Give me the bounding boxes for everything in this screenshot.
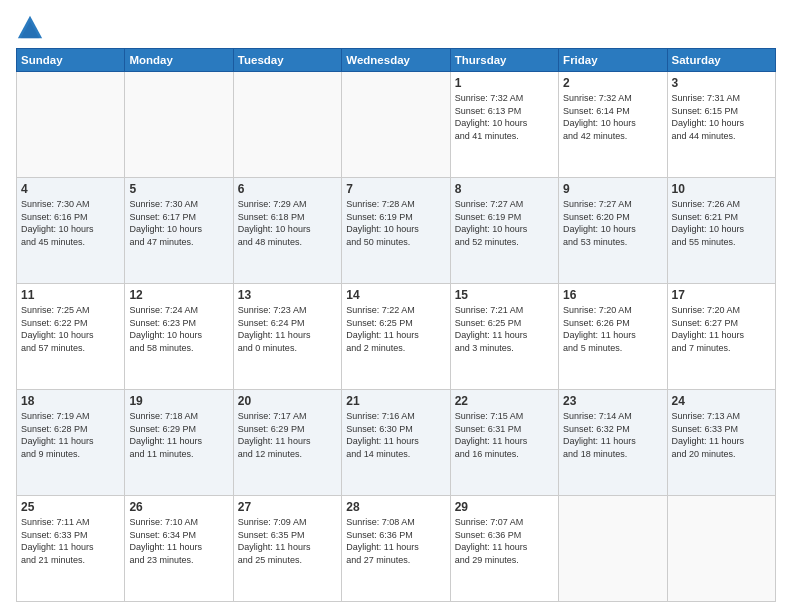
logo-icon	[16, 14, 44, 42]
calendar-cell	[342, 72, 450, 178]
day-info: Sunrise: 7:10 AM Sunset: 6:34 PM Dayligh…	[129, 516, 228, 566]
day-info: Sunrise: 7:20 AM Sunset: 6:26 PM Dayligh…	[563, 304, 662, 354]
weekday-header-thursday: Thursday	[450, 49, 558, 72]
day-info: Sunrise: 7:15 AM Sunset: 6:31 PM Dayligh…	[455, 410, 554, 460]
day-info: Sunrise: 7:14 AM Sunset: 6:32 PM Dayligh…	[563, 410, 662, 460]
calendar-cell: 19Sunrise: 7:18 AM Sunset: 6:29 PM Dayli…	[125, 390, 233, 496]
day-info: Sunrise: 7:08 AM Sunset: 6:36 PM Dayligh…	[346, 516, 445, 566]
day-number: 26	[129, 500, 228, 514]
calendar-cell: 18Sunrise: 7:19 AM Sunset: 6:28 PM Dayli…	[17, 390, 125, 496]
day-info: Sunrise: 7:26 AM Sunset: 6:21 PM Dayligh…	[672, 198, 771, 248]
calendar-table: SundayMondayTuesdayWednesdayThursdayFrid…	[16, 48, 776, 602]
calendar-cell: 16Sunrise: 7:20 AM Sunset: 6:26 PM Dayli…	[559, 284, 667, 390]
calendar-cell	[125, 72, 233, 178]
day-info: Sunrise: 7:23 AM Sunset: 6:24 PM Dayligh…	[238, 304, 337, 354]
day-number: 19	[129, 394, 228, 408]
day-number: 4	[21, 182, 120, 196]
day-info: Sunrise: 7:13 AM Sunset: 6:33 PM Dayligh…	[672, 410, 771, 460]
calendar-cell	[559, 496, 667, 602]
calendar-cell: 25Sunrise: 7:11 AM Sunset: 6:33 PM Dayli…	[17, 496, 125, 602]
calendar-cell: 21Sunrise: 7:16 AM Sunset: 6:30 PM Dayli…	[342, 390, 450, 496]
day-number: 10	[672, 182, 771, 196]
day-info: Sunrise: 7:09 AM Sunset: 6:35 PM Dayligh…	[238, 516, 337, 566]
day-info: Sunrise: 7:30 AM Sunset: 6:16 PM Dayligh…	[21, 198, 120, 248]
day-number: 1	[455, 76, 554, 90]
calendar-cell: 15Sunrise: 7:21 AM Sunset: 6:25 PM Dayli…	[450, 284, 558, 390]
calendar-cell: 12Sunrise: 7:24 AM Sunset: 6:23 PM Dayli…	[125, 284, 233, 390]
calendar-week-row: 11Sunrise: 7:25 AM Sunset: 6:22 PM Dayli…	[17, 284, 776, 390]
calendar-cell: 9Sunrise: 7:27 AM Sunset: 6:20 PM Daylig…	[559, 178, 667, 284]
day-number: 11	[21, 288, 120, 302]
day-number: 13	[238, 288, 337, 302]
calendar-cell: 2Sunrise: 7:32 AM Sunset: 6:14 PM Daylig…	[559, 72, 667, 178]
calendar-cell: 28Sunrise: 7:08 AM Sunset: 6:36 PM Dayli…	[342, 496, 450, 602]
day-info: Sunrise: 7:18 AM Sunset: 6:29 PM Dayligh…	[129, 410, 228, 460]
day-number: 25	[21, 500, 120, 514]
calendar-week-row: 4Sunrise: 7:30 AM Sunset: 6:16 PM Daylig…	[17, 178, 776, 284]
day-info: Sunrise: 7:32 AM Sunset: 6:14 PM Dayligh…	[563, 92, 662, 142]
weekday-header-friday: Friday	[559, 49, 667, 72]
day-number: 7	[346, 182, 445, 196]
day-info: Sunrise: 7:16 AM Sunset: 6:30 PM Dayligh…	[346, 410, 445, 460]
day-number: 12	[129, 288, 228, 302]
calendar-cell	[667, 496, 775, 602]
logo	[16, 14, 48, 42]
day-number: 5	[129, 182, 228, 196]
day-info: Sunrise: 7:21 AM Sunset: 6:25 PM Dayligh…	[455, 304, 554, 354]
calendar-cell: 8Sunrise: 7:27 AM Sunset: 6:19 PM Daylig…	[450, 178, 558, 284]
calendar-cell: 26Sunrise: 7:10 AM Sunset: 6:34 PM Dayli…	[125, 496, 233, 602]
day-info: Sunrise: 7:28 AM Sunset: 6:19 PM Dayligh…	[346, 198, 445, 248]
day-number: 22	[455, 394, 554, 408]
calendar-week-row: 25Sunrise: 7:11 AM Sunset: 6:33 PM Dayli…	[17, 496, 776, 602]
day-number: 27	[238, 500, 337, 514]
day-number: 28	[346, 500, 445, 514]
day-number: 20	[238, 394, 337, 408]
day-number: 8	[455, 182, 554, 196]
calendar-cell: 10Sunrise: 7:26 AM Sunset: 6:21 PM Dayli…	[667, 178, 775, 284]
day-info: Sunrise: 7:30 AM Sunset: 6:17 PM Dayligh…	[129, 198, 228, 248]
calendar-cell: 6Sunrise: 7:29 AM Sunset: 6:18 PM Daylig…	[233, 178, 341, 284]
weekday-header-row: SundayMondayTuesdayWednesdayThursdayFrid…	[17, 49, 776, 72]
calendar-cell: 13Sunrise: 7:23 AM Sunset: 6:24 PM Dayli…	[233, 284, 341, 390]
calendar-cell: 22Sunrise: 7:15 AM Sunset: 6:31 PM Dayli…	[450, 390, 558, 496]
day-info: Sunrise: 7:17 AM Sunset: 6:29 PM Dayligh…	[238, 410, 337, 460]
calendar-cell: 7Sunrise: 7:28 AM Sunset: 6:19 PM Daylig…	[342, 178, 450, 284]
calendar-cell: 11Sunrise: 7:25 AM Sunset: 6:22 PM Dayli…	[17, 284, 125, 390]
calendar-week-row: 18Sunrise: 7:19 AM Sunset: 6:28 PM Dayli…	[17, 390, 776, 496]
calendar-cell	[17, 72, 125, 178]
calendar-cell: 1Sunrise: 7:32 AM Sunset: 6:13 PM Daylig…	[450, 72, 558, 178]
calendar-cell: 27Sunrise: 7:09 AM Sunset: 6:35 PM Dayli…	[233, 496, 341, 602]
day-info: Sunrise: 7:11 AM Sunset: 6:33 PM Dayligh…	[21, 516, 120, 566]
day-info: Sunrise: 7:25 AM Sunset: 6:22 PM Dayligh…	[21, 304, 120, 354]
day-number: 29	[455, 500, 554, 514]
day-number: 17	[672, 288, 771, 302]
calendar-cell: 3Sunrise: 7:31 AM Sunset: 6:15 PM Daylig…	[667, 72, 775, 178]
weekday-header-saturday: Saturday	[667, 49, 775, 72]
calendar-cell: 24Sunrise: 7:13 AM Sunset: 6:33 PM Dayli…	[667, 390, 775, 496]
day-number: 3	[672, 76, 771, 90]
weekday-header-monday: Monday	[125, 49, 233, 72]
day-info: Sunrise: 7:27 AM Sunset: 6:20 PM Dayligh…	[563, 198, 662, 248]
day-number: 15	[455, 288, 554, 302]
day-number: 18	[21, 394, 120, 408]
weekday-header-tuesday: Tuesday	[233, 49, 341, 72]
day-number: 24	[672, 394, 771, 408]
day-number: 16	[563, 288, 662, 302]
calendar-cell: 5Sunrise: 7:30 AM Sunset: 6:17 PM Daylig…	[125, 178, 233, 284]
day-info: Sunrise: 7:22 AM Sunset: 6:25 PM Dayligh…	[346, 304, 445, 354]
day-info: Sunrise: 7:27 AM Sunset: 6:19 PM Dayligh…	[455, 198, 554, 248]
day-number: 6	[238, 182, 337, 196]
weekday-header-sunday: Sunday	[17, 49, 125, 72]
day-info: Sunrise: 7:07 AM Sunset: 6:36 PM Dayligh…	[455, 516, 554, 566]
day-number: 2	[563, 76, 662, 90]
calendar-cell: 20Sunrise: 7:17 AM Sunset: 6:29 PM Dayli…	[233, 390, 341, 496]
weekday-header-wednesday: Wednesday	[342, 49, 450, 72]
day-info: Sunrise: 7:32 AM Sunset: 6:13 PM Dayligh…	[455, 92, 554, 142]
calendar-header	[16, 10, 776, 42]
calendar-week-row: 1Sunrise: 7:32 AM Sunset: 6:13 PM Daylig…	[17, 72, 776, 178]
calendar-cell	[233, 72, 341, 178]
day-info: Sunrise: 7:29 AM Sunset: 6:18 PM Dayligh…	[238, 198, 337, 248]
calendar-cell: 17Sunrise: 7:20 AM Sunset: 6:27 PM Dayli…	[667, 284, 775, 390]
day-number: 23	[563, 394, 662, 408]
day-number: 9	[563, 182, 662, 196]
